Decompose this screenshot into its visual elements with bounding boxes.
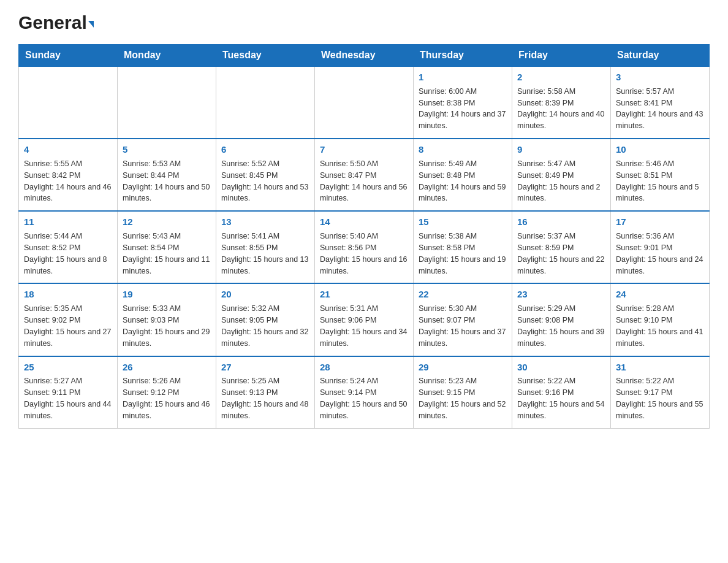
day-number: 19 bbox=[123, 288, 211, 301]
calendar-cell: 19Sunrise: 5:33 AM Sunset: 9:03 PM Dayli… bbox=[118, 283, 216, 356]
day-number: 27 bbox=[221, 361, 309, 374]
day-number: 3 bbox=[616, 71, 704, 84]
day-info: Sunrise: 5:55 AM Sunset: 8:42 PM Dayligh… bbox=[24, 159, 111, 203]
day-info: Sunrise: 5:43 AM Sunset: 8:54 PM Dayligh… bbox=[123, 232, 210, 275]
day-number: 14 bbox=[320, 215, 408, 229]
day-info: Sunrise: 5:28 AM Sunset: 9:10 PM Dayligh… bbox=[616, 304, 703, 348]
calendar-header-row: SundayMondayTuesdayWednesdayThursdayFrid… bbox=[19, 45, 710, 67]
day-number: 23 bbox=[517, 288, 605, 301]
day-info: Sunrise: 5:37 AM Sunset: 8:59 PM Dayligh… bbox=[517, 232, 604, 275]
calendar-cell: 30Sunrise: 5:22 AM Sunset: 9:16 PM Dayli… bbox=[512, 356, 611, 429]
calendar-cell: 17Sunrise: 5:36 AM Sunset: 9:01 PM Dayli… bbox=[611, 211, 710, 283]
day-number: 6 bbox=[221, 143, 309, 156]
day-info: Sunrise: 5:31 AM Sunset: 9:06 PM Dayligh… bbox=[320, 304, 407, 348]
day-info: Sunrise: 5:22 AM Sunset: 9:17 PM Dayligh… bbox=[616, 377, 703, 420]
weekday-header-thursday: Thursday bbox=[414, 45, 512, 67]
calendar-cell: 26Sunrise: 5:26 AM Sunset: 9:12 PM Dayli… bbox=[118, 356, 216, 429]
day-number: 20 bbox=[221, 288, 309, 301]
calendar-cell: 4Sunrise: 5:55 AM Sunset: 8:42 PM Daylig… bbox=[19, 139, 118, 211]
day-number: 25 bbox=[24, 361, 112, 374]
calendar-cell: 31Sunrise: 5:22 AM Sunset: 9:17 PM Dayli… bbox=[611, 356, 710, 429]
day-info: Sunrise: 5:40 AM Sunset: 8:56 PM Dayligh… bbox=[320, 232, 407, 275]
calendar-cell: 25Sunrise: 5:27 AM Sunset: 9:11 PM Dayli… bbox=[19, 356, 118, 429]
week-row-3: 11Sunrise: 5:44 AM Sunset: 8:52 PM Dayli… bbox=[19, 211, 710, 283]
week-row-4: 18Sunrise: 5:35 AM Sunset: 9:02 PM Dayli… bbox=[19, 283, 710, 356]
day-number: 9 bbox=[517, 143, 605, 156]
day-number: 11 bbox=[24, 215, 112, 229]
calendar-cell bbox=[19, 66, 118, 139]
calendar-cell: 12Sunrise: 5:43 AM Sunset: 8:54 PM Dayli… bbox=[118, 211, 216, 283]
day-info: Sunrise: 5:49 AM Sunset: 8:48 PM Dayligh… bbox=[419, 159, 506, 203]
day-number: 10 bbox=[616, 143, 704, 156]
calendar-cell: 5Sunrise: 5:53 AM Sunset: 8:44 PM Daylig… bbox=[118, 139, 216, 211]
day-number: 31 bbox=[616, 361, 704, 374]
day-info: Sunrise: 5:22 AM Sunset: 9:16 PM Dayligh… bbox=[517, 377, 604, 420]
day-number: 2 bbox=[517, 71, 605, 84]
day-info: Sunrise: 5:26 AM Sunset: 9:12 PM Dayligh… bbox=[123, 377, 210, 420]
day-number: 18 bbox=[24, 288, 112, 301]
logo-arrow-icon bbox=[88, 21, 94, 28]
day-number: 12 bbox=[123, 215, 211, 229]
day-info: Sunrise: 5:27 AM Sunset: 9:11 PM Dayligh… bbox=[24, 377, 111, 420]
calendar-table: SundayMondayTuesdayWednesdayThursdayFrid… bbox=[18, 44, 710, 429]
day-info: Sunrise: 5:23 AM Sunset: 9:15 PM Dayligh… bbox=[419, 377, 506, 420]
day-number: 26 bbox=[123, 361, 211, 374]
day-number: 17 bbox=[616, 215, 704, 229]
logo: General bbox=[18, 12, 94, 32]
day-info: Sunrise: 5:33 AM Sunset: 9:03 PM Dayligh… bbox=[123, 304, 210, 348]
day-info: Sunrise: 5:25 AM Sunset: 9:13 PM Dayligh… bbox=[221, 377, 308, 420]
day-info: Sunrise: 5:32 AM Sunset: 9:05 PM Dayligh… bbox=[221, 304, 308, 348]
calendar-cell: 29Sunrise: 5:23 AM Sunset: 9:15 PM Dayli… bbox=[414, 356, 512, 429]
weekday-header-sunday: Sunday bbox=[19, 45, 118, 67]
calendar-cell bbox=[216, 66, 315, 139]
day-info: Sunrise: 5:44 AM Sunset: 8:52 PM Dayligh… bbox=[24, 232, 107, 275]
calendar-cell: 7Sunrise: 5:50 AM Sunset: 8:47 PM Daylig… bbox=[315, 139, 414, 211]
day-number: 30 bbox=[517, 361, 605, 374]
calendar-cell: 13Sunrise: 5:41 AM Sunset: 8:55 PM Dayli… bbox=[216, 211, 315, 283]
day-number: 15 bbox=[419, 215, 507, 229]
day-number: 7 bbox=[320, 143, 408, 156]
calendar-cell: 28Sunrise: 5:24 AM Sunset: 9:14 PM Dayli… bbox=[315, 356, 414, 429]
calendar-cell: 2Sunrise: 5:58 AM Sunset: 8:39 PM Daylig… bbox=[512, 66, 611, 139]
calendar-cell: 3Sunrise: 5:57 AM Sunset: 8:41 PM Daylig… bbox=[611, 66, 710, 139]
calendar-cell: 18Sunrise: 5:35 AM Sunset: 9:02 PM Dayli… bbox=[19, 283, 118, 356]
weekday-header-monday: Monday bbox=[118, 45, 216, 67]
calendar-cell: 9Sunrise: 5:47 AM Sunset: 8:49 PM Daylig… bbox=[512, 139, 611, 211]
weekday-header-wednesday: Wednesday bbox=[315, 45, 414, 67]
weekday-header-tuesday: Tuesday bbox=[216, 45, 315, 67]
calendar-cell: 20Sunrise: 5:32 AM Sunset: 9:05 PM Dayli… bbox=[216, 283, 315, 356]
day-number: 22 bbox=[419, 288, 507, 301]
weekday-header-friday: Friday bbox=[512, 45, 611, 67]
calendar-cell: 10Sunrise: 5:46 AM Sunset: 8:51 PM Dayli… bbox=[611, 139, 710, 211]
day-info: Sunrise: 5:57 AM Sunset: 8:41 PM Dayligh… bbox=[616, 87, 703, 131]
day-info: Sunrise: 5:53 AM Sunset: 8:44 PM Dayligh… bbox=[123, 159, 210, 203]
day-number: 4 bbox=[24, 143, 112, 156]
day-info: Sunrise: 5:50 AM Sunset: 8:47 PM Dayligh… bbox=[320, 159, 407, 203]
day-number: 24 bbox=[616, 288, 704, 301]
week-row-5: 25Sunrise: 5:27 AM Sunset: 9:11 PM Dayli… bbox=[19, 356, 710, 429]
page-header: General bbox=[18, 12, 710, 32]
day-number: 16 bbox=[517, 215, 605, 229]
calendar-cell: 8Sunrise: 5:49 AM Sunset: 8:48 PM Daylig… bbox=[414, 139, 512, 211]
day-number: 21 bbox=[320, 288, 408, 301]
week-row-2: 4Sunrise: 5:55 AM Sunset: 8:42 PM Daylig… bbox=[19, 139, 710, 211]
day-info: Sunrise: 5:52 AM Sunset: 8:45 PM Dayligh… bbox=[221, 159, 308, 203]
calendar-cell: 23Sunrise: 5:29 AM Sunset: 9:08 PM Dayli… bbox=[512, 283, 611, 356]
logo-general-text: General bbox=[18, 12, 87, 33]
calendar-cell: 6Sunrise: 5:52 AM Sunset: 8:45 PM Daylig… bbox=[216, 139, 315, 211]
day-number: 13 bbox=[221, 215, 309, 229]
day-number: 1 bbox=[419, 71, 507, 84]
day-info: Sunrise: 5:30 AM Sunset: 9:07 PM Dayligh… bbox=[419, 304, 506, 348]
week-row-1: 1Sunrise: 6:00 AM Sunset: 8:38 PM Daylig… bbox=[19, 66, 710, 139]
day-info: Sunrise: 5:29 AM Sunset: 9:08 PM Dayligh… bbox=[517, 304, 604, 348]
calendar-cell: 24Sunrise: 5:28 AM Sunset: 9:10 PM Dayli… bbox=[611, 283, 710, 356]
day-number: 28 bbox=[320, 361, 408, 374]
calendar-cell: 22Sunrise: 5:30 AM Sunset: 9:07 PM Dayli… bbox=[414, 283, 512, 356]
day-info: Sunrise: 5:41 AM Sunset: 8:55 PM Dayligh… bbox=[221, 232, 308, 275]
day-info: Sunrise: 5:35 AM Sunset: 9:02 PM Dayligh… bbox=[24, 304, 111, 348]
day-info: Sunrise: 5:36 AM Sunset: 9:01 PM Dayligh… bbox=[616, 232, 703, 275]
calendar-cell: 11Sunrise: 5:44 AM Sunset: 8:52 PM Dayli… bbox=[19, 211, 118, 283]
day-info: Sunrise: 5:47 AM Sunset: 8:49 PM Dayligh… bbox=[517, 159, 601, 203]
calendar-cell: 15Sunrise: 5:38 AM Sunset: 8:58 PM Dayli… bbox=[414, 211, 512, 283]
calendar-cell: 16Sunrise: 5:37 AM Sunset: 8:59 PM Dayli… bbox=[512, 211, 611, 283]
